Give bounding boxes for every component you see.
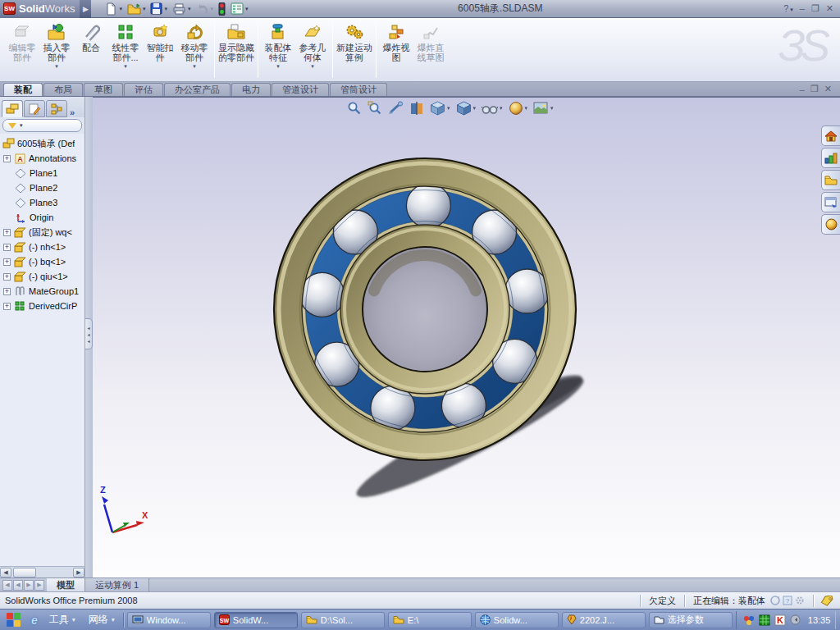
filter-dropdown-arrow[interactable]: ▾ (20, 122, 23, 129)
view-palette-tab[interactable] (821, 192, 840, 212)
panel-splitter[interactable]: ◂ ◂ ◂ (85, 97, 93, 578)
tree-filter-button[interactable]: ▾ (2, 119, 82, 132)
tree-item-derived-pattern[interactable]: DerivedCirP (2, 299, 84, 313)
print-button[interactable] (171, 2, 193, 16)
tree-item-mategroup[interactable]: MateGroup1 (2, 284, 84, 299)
tree-root-item[interactable]: 6005轴承 (Def (2, 136, 84, 151)
expand-toggle[interactable] (3, 288, 11, 295)
design-library-tab[interactable] (821, 148, 840, 168)
rebuild-button[interactable] (217, 2, 227, 16)
taskbar-button-d-folder[interactable]: D:\Sol... (301, 612, 385, 628)
doc-restore-button[interactable]: ❐ (810, 84, 819, 94)
kaspersky-tray-icon[interactable]: K (774, 614, 786, 626)
show-hidden-components-button[interactable]: 显示隐藏的零部件 (217, 20, 255, 81)
panel-collapse-handle[interactable]: ◂ ◂ ◂ (85, 318, 93, 349)
last-tab-button[interactable]: ▶ (34, 580, 44, 591)
menu-expand-arrow[interactable]: ▶ (80, 0, 91, 18)
expand-toggle[interactable] (3, 229, 11, 236)
insert-component-button[interactable]: 插入零部件 ▾ (39, 20, 74, 81)
mate-button[interactable]: 配合 (74, 20, 108, 81)
tab-sketch[interactable]: 草图 (84, 83, 123, 96)
motion-study-tab[interactable]: 运动算例 1 (85, 578, 149, 591)
save-button[interactable] (148, 2, 169, 16)
doc-minimize-button[interactable]: – (800, 84, 805, 94)
expand-toggle[interactable] (3, 244, 11, 251)
explode-line-sketch-button[interactable]: 爆炸直线草图 (413, 20, 448, 81)
tab-office-products[interactable]: 办公室产品 (164, 83, 231, 96)
model-tab[interactable]: 模型 (47, 578, 85, 591)
featuremanager-tree-tab[interactable] (2, 100, 23, 117)
undo-button[interactable] (194, 2, 215, 16)
taskbar-button-2202[interactable]: 2202.J... (562, 612, 646, 628)
tree-item-part-qiu[interactable]: (-) qiu<1> (2, 269, 84, 284)
expand-toggle[interactable] (3, 273, 11, 281)
expand-toggle[interactable] (3, 155, 11, 162)
tag-icon[interactable] (820, 596, 833, 606)
tree-item-origin[interactable]: Origin (2, 210, 84, 225)
start-button[interactable] (7, 613, 21, 628)
tree-item-plane1[interactable]: Plane1 (2, 166, 84, 180)
linear-pattern-dropdown[interactable]: ▾ (124, 63, 127, 70)
close-button[interactable]: ✕ (826, 4, 833, 13)
tools-toolbar-menu[interactable]: 工具 (44, 613, 80, 627)
tab-piping[interactable]: 管道设计 (272, 83, 329, 96)
expand-toggle[interactable] (3, 258, 11, 266)
assembly-features-dropdown[interactable]: ▾ (276, 63, 280, 70)
tree-item-annotations[interactable]: A Annotations (2, 151, 84, 166)
edit-component-button[interactable]: 编辑零部件 (5, 20, 39, 81)
reference-geometry-button[interactable]: 参考几何体 ▾ (295, 20, 330, 81)
scroll-left-button[interactable]: ◀ (0, 568, 11, 578)
bearing-model-canvas[interactable]: Z X (93, 98, 840, 578)
minimize-button[interactable]: – (800, 4, 805, 13)
taskbar-button-e-folder[interactable]: E:\ (388, 612, 472, 628)
more-panel-tabs-chevron[interactable]: » (70, 107, 75, 117)
restore-button[interactable]: ❐ (811, 4, 819, 13)
linear-component-pattern-button[interactable]: 线性零部件... ▾ (108, 20, 143, 81)
quick-tips-icon[interactable] (770, 596, 780, 605)
solidworks-resources-tab[interactable] (821, 126, 840, 146)
network-toolbar-menu[interactable]: 网络 (84, 613, 120, 627)
move-component-button[interactable]: 移动零部件 ▾ (177, 20, 212, 81)
tab-layout[interactable]: 布局 (43, 83, 83, 96)
graphics-viewport[interactable]: Z X (93, 97, 840, 578)
exploded-view-button[interactable]: 爆炸视图 (379, 20, 413, 81)
help-tips-icon[interactable]: ? (783, 596, 792, 605)
tree-item-part-nh[interactable]: (-) nh<1> (2, 240, 84, 254)
reference-geometry-dropdown[interactable]: ▾ (311, 63, 314, 70)
propertymanager-tab[interactable] (24, 100, 45, 117)
first-tab-button[interactable]: ◀ (2, 580, 12, 591)
smart-fasteners-button[interactable]: 智能扣件 (143, 20, 177, 81)
tree-item-plane2[interactable]: Plane2 (2, 180, 84, 195)
network-grid-tray-icon[interactable] (759, 614, 770, 626)
doc-close-button[interactable]: ✕ (824, 84, 832, 94)
gear-icon[interactable] (795, 596, 805, 605)
taskbar-button-select-params[interactable]: 选择参数 (649, 612, 733, 628)
scrollbar-thumb[interactable] (13, 568, 36, 578)
options-button[interactable] (229, 2, 250, 16)
open-document-button[interactable] (126, 2, 148, 16)
move-component-dropdown[interactable]: ▾ (193, 63, 196, 70)
tab-electrical[interactable]: 电力 (231, 83, 271, 96)
next-tab-button[interactable]: ▶ (24, 580, 34, 591)
new-motion-study-button[interactable]: 新建运动算例 (336, 20, 373, 81)
bearing-model[interactable] (274, 158, 576, 460)
scroll-right-button[interactable]: ▶ (73, 568, 84, 578)
file-explorer-tab[interactable] (821, 170, 840, 190)
appearances-tab[interactable] (821, 214, 840, 235)
tab-assembly[interactable]: 装配 (3, 83, 43, 96)
tree-item-part-bq[interactable]: (-) bq<1> (2, 254, 84, 269)
tab-tubing[interactable]: 管筒设计 (330, 83, 387, 96)
app-tray-icon[interactable] (743, 614, 755, 626)
configurationmanager-tab[interactable] (46, 100, 67, 117)
tree-item-plane3[interactable]: Plane3 (2, 195, 84, 210)
tree-horizontal-scrollbar[interactable]: ◀ ▶ (0, 566, 84, 578)
new-document-button[interactable] (103, 2, 124, 16)
volume-tray-icon[interactable] (790, 614, 801, 625)
taskbar-button-window[interactable]: Window... (127, 612, 211, 628)
assembly-features-button[interactable]: 装配体特征 ▾ (261, 20, 295, 81)
help-button[interactable]: ? (783, 4, 793, 13)
tab-evaluate[interactable]: 评估 (124, 83, 163, 96)
taskbar-button-solidworks[interactable]: SW SolidW... (214, 612, 298, 628)
tree-item-part-wq[interactable]: (固定) wq< (2, 225, 84, 240)
previous-tab-button[interactable]: ◀ (13, 580, 23, 591)
